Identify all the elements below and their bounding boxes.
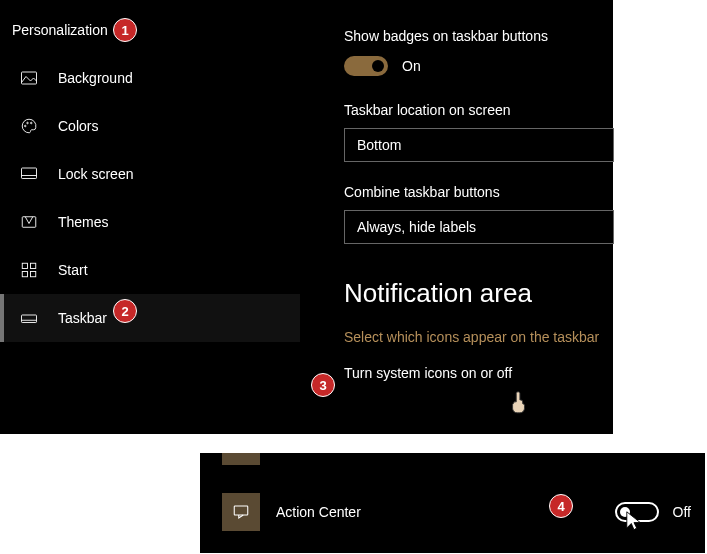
- cursor-arrow-icon: [625, 510, 643, 532]
- toggle-switch-on[interactable]: [344, 56, 388, 76]
- svg-rect-6: [22, 217, 36, 228]
- action-center-toggle-state: Off: [673, 504, 691, 520]
- sidebar-item-label: Start: [58, 262, 88, 278]
- settings-personalization-panel: Personalization Background Colors Lock s…: [0, 0, 613, 434]
- action-center-row: Action Center Off: [222, 489, 691, 535]
- combine-buttons-select[interactable]: Always, hide labels: [344, 210, 614, 244]
- sidebar-item-themes[interactable]: Themes: [0, 198, 300, 246]
- previous-item-fragment: [222, 453, 260, 465]
- badges-label: Show badges on taskbar buttons: [344, 28, 613, 44]
- lockscreen-icon: [20, 165, 38, 183]
- action-center-icon: [222, 493, 260, 531]
- sidebar-item-label: Background: [58, 70, 133, 86]
- start-grid-icon: [20, 261, 38, 279]
- taskbar-settings-content: Show badges on taskbar buttons On Taskba…: [344, 0, 613, 381]
- svg-point-3: [31, 122, 33, 124]
- annotation-marker-1: 1: [113, 18, 137, 42]
- annotation-marker-2: 2: [113, 299, 137, 323]
- annotation-marker-4: 4: [549, 494, 573, 518]
- action-center-label: Action Center: [276, 504, 361, 520]
- sidebar-item-start[interactable]: Start: [0, 246, 300, 294]
- svg-rect-8: [31, 263, 36, 268]
- svg-rect-4: [22, 168, 37, 179]
- svg-rect-13: [234, 506, 248, 515]
- themes-icon: [20, 213, 38, 231]
- sidebar-item-label: Lock screen: [58, 166, 133, 182]
- sidebar-nav: Background Colors Lock screen Themes Sta…: [0, 54, 300, 342]
- link-system-icons[interactable]: Turn system icons on or off: [344, 365, 613, 381]
- sidebar-item-label: Taskbar: [58, 310, 107, 326]
- link-select-icons[interactable]: Select which icons appear on the taskbar: [344, 329, 613, 345]
- system-icons-panel: Action Center Off: [200, 453, 705, 553]
- sidebar-item-label: Themes: [58, 214, 109, 230]
- combine-buttons-label: Combine taskbar buttons: [344, 184, 613, 200]
- taskbar-location-label: Taskbar location on screen: [344, 102, 613, 118]
- sidebar-category-title: Personalization: [12, 22, 108, 38]
- svg-rect-9: [22, 272, 27, 277]
- sidebar-item-lockscreen[interactable]: Lock screen: [0, 150, 300, 198]
- taskbar-icon: [20, 309, 38, 327]
- svg-rect-11: [22, 315, 37, 323]
- annotation-marker-3: 3: [311, 373, 335, 397]
- picture-icon: [20, 69, 38, 87]
- cursor-hand-icon: [508, 389, 530, 415]
- sidebar-item-taskbar[interactable]: Taskbar: [0, 294, 300, 342]
- badges-toggle[interactable]: On: [344, 56, 421, 76]
- sidebar-item-colors[interactable]: Colors: [0, 102, 300, 150]
- toggle-state-label: On: [402, 58, 421, 74]
- svg-point-1: [25, 125, 27, 127]
- taskbar-location-select[interactable]: Bottom: [344, 128, 614, 162]
- notification-area-heading: Notification area: [344, 278, 613, 309]
- svg-rect-7: [22, 263, 27, 268]
- svg-rect-0: [22, 72, 37, 84]
- sidebar-item-background[interactable]: Background: [0, 54, 300, 102]
- svg-rect-10: [31, 272, 36, 277]
- sidebar-item-label: Colors: [58, 118, 98, 134]
- palette-icon: [20, 117, 38, 135]
- svg-point-2: [27, 122, 29, 124]
